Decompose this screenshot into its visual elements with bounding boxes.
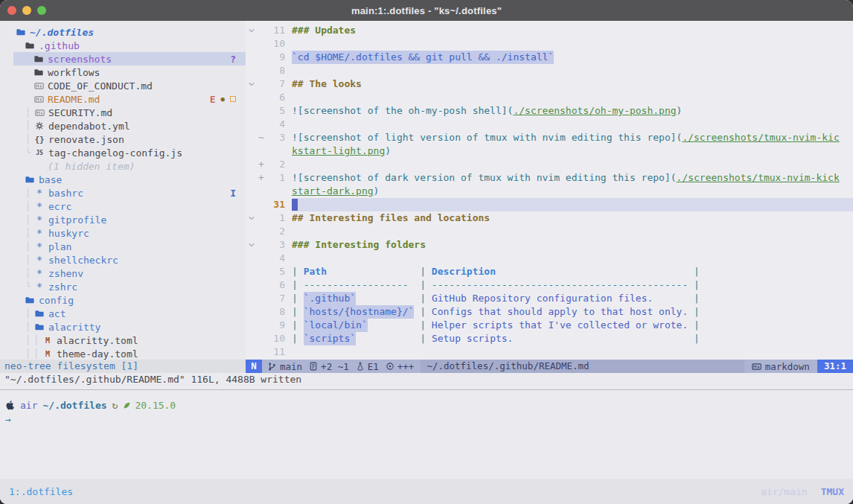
indent-guide: │ — [33, 335, 42, 345]
tree-item-label: alacritty — [48, 322, 100, 333]
fold-chevron-icon[interactable] — [246, 238, 257, 252]
tree-item-alacritty[interactable]: │alacritty — [0, 320, 246, 334]
syntax-plain — [653, 292, 688, 305]
editor-line[interactable]: 5![screenshot of the oh-my-posh shell](.… — [246, 104, 853, 118]
tree-item-huskyrc[interactable]: │*huskyrc — [0, 226, 246, 240]
line-number — [266, 144, 285, 158]
syntax-h3: ### Interesting folders — [292, 238, 426, 252]
fold-chevron-icon[interactable] — [246, 24, 257, 37]
editor-line[interactable]: 5| Path | Description | — [246, 265, 853, 278]
git-sign-column: + — [257, 171, 266, 185]
git-branch-icon — [267, 362, 277, 371]
tree-item-act[interactable]: │act — [0, 307, 246, 320]
editor-line[interactable]: 9| `local/bin` | Helper scripts that I'v… — [246, 319, 853, 332]
tree-item-security-md[interactable]: │SECURITY.md — [0, 106, 246, 119]
indent-guide: │ — [25, 134, 33, 144]
gutter-padding — [285, 118, 292, 131]
editor-line[interactable]: 4 — [246, 118, 853, 131]
syntax-plain — [496, 265, 688, 278]
tree-item-dependabot-yml[interactable]: │dependabot.yml — [0, 119, 246, 133]
git-sign-column — [257, 278, 266, 292]
tree-item-zshenv[interactable]: │*zshenv — [0, 267, 246, 280]
editor-line[interactable]: 10 — [246, 37, 853, 51]
tmux-window-name[interactable]: 1:.dotfiles — [9, 486, 73, 497]
editor-line[interactable]: 11 — [246, 345, 853, 359]
fold-chevron-icon[interactable] — [246, 211, 257, 225]
syntax-pipe: | — [292, 278, 304, 292]
git-sign-column: + — [257, 158, 266, 171]
editor-line[interactable]: ~3![screenshot of light version of tmux … — [246, 131, 853, 144]
editor-line[interactable]: 8| `hosts/{hostname}/` | Configs that sh… — [246, 305, 853, 319]
editor-line[interactable]: 9`cd $HOME/.dotfiles && git pull && ./in… — [246, 51, 853, 64]
fold-column — [246, 252, 257, 265]
editor-pane[interactable]: 11### Updates109`cd $HOME/.dotfiles && g… — [246, 21, 853, 360]
syntax-dash: ----------------------------------------… — [432, 278, 688, 292]
syntax-link: start-dark.png — [292, 185, 374, 198]
syntax-desc: GitHub Repository configuration files. — [432, 292, 653, 305]
tree-item-theme-day-toml[interactable]: ││Mtheme-day.toml — [0, 347, 246, 360]
editor-line-text: | `.github` | GitHub Repository configur… — [292, 292, 853, 305]
syntax-plain — [356, 332, 414, 345]
tree-item-config[interactable]: config — [0, 293, 246, 307]
tree-item-bashrc[interactable]: │*bashrcI — [0, 186, 246, 200]
minimize-button[interactable] — [22, 6, 31, 15]
editor-line[interactable]: 7| `.github` | GitHub Repository configu… — [246, 292, 853, 305]
status-badge — [230, 96, 236, 102]
editor-line[interactable]: 8 — [246, 64, 853, 77]
syntax-pipe: | — [414, 332, 431, 345]
close-button[interactable] — [7, 6, 16, 15]
git-sign-column — [257, 332, 266, 345]
tree-item-screenshots[interactable]: screenshots? — [13, 52, 246, 66]
editor-line[interactable]: 7## The looks — [246, 77, 853, 91]
editor-line[interactable]: 1## Interesting files and locations — [246, 211, 853, 225]
editor-line-text: ### Updates — [292, 24, 853, 37]
indent-guide: │ — [25, 107, 33, 118]
tree-item-gitprofile[interactable]: │*gitprofile — [0, 213, 246, 226]
editor-line-text: | `local/bin` | Helper scripts that I've… — [292, 319, 853, 332]
neotree-sidebar[interactable]: ~/.dotfiles.githubscreenshots?workflowsC… — [0, 21, 246, 360]
editor-line-text: ![screenshot of dark version of tmux wit… — [292, 171, 853, 185]
editor-line[interactable]: +2 — [246, 158, 853, 171]
editor-line[interactable]: 3### Interesting folders — [246, 238, 853, 252]
tree-item-ecrc[interactable]: │*ecrc — [0, 200, 246, 213]
tree-item--dotfiles[interactable]: ~/.dotfiles — [0, 25, 246, 39]
tree-item--1-hidden-item-[interactable]: (1 hidden item) — [0, 159, 246, 173]
editor-line[interactable]: 10| `scripts` | Setup scripts. | — [246, 332, 853, 345]
editor-line[interactable]: 4 — [246, 252, 853, 265]
tree-item-shellcheckrc[interactable]: │*shellcheckrc — [0, 253, 246, 267]
zoom-button[interactable] — [37, 6, 46, 15]
tree-item-label: gitprofile — [48, 214, 106, 226]
tree-item-workflows[interactable]: workflows — [0, 66, 246, 79]
line-number: 1 — [266, 211, 285, 225]
gutter-padding — [285, 278, 292, 292]
shell-pane[interactable]: air ~/.dotfiles ↻ 20.15.0 → 1:.dotfiles … — [0, 386, 853, 504]
editor-line-text: ![screenshot of light version of tmux wi… — [292, 131, 853, 144]
tree-item-base[interactable]: base — [0, 173, 246, 186]
line-number: 5 — [266, 104, 285, 118]
editor-line[interactable]: 6 — [246, 91, 853, 104]
fold-column — [246, 171, 257, 185]
fold-chevron-icon[interactable] — [246, 77, 257, 91]
editor-line[interactable]: 31 — [246, 198, 853, 211]
editor-line[interactable]: +1![screenshot of dark version of tmux w… — [246, 171, 853, 185]
syntax-h3: ### Updates — [292, 24, 356, 37]
syntax-th: Path — [304, 265, 327, 278]
editor-line[interactable]: 2 — [246, 225, 853, 238]
gear-icon — [33, 121, 45, 130]
tree-item-alacritty-toml[interactable]: ││Malacritty.toml — [0, 334, 246, 347]
tree-item-readme-md[interactable]: README.mdE● — [0, 92, 246, 106]
tree-item--github[interactable]: .github — [0, 39, 246, 52]
gutter-padding — [285, 225, 292, 238]
tree-item-renovate-json[interactable]: │{}renovate.json — [0, 133, 246, 146]
tree-item-tag-changelog-config-js[interactable]: └JStag-changelog-config.js — [0, 146, 246, 159]
tree-item-code-of-conduct-md[interactable]: CODE_OF_CONDUCT.md — [0, 79, 246, 92]
tree-item-plan[interactable]: │*plan — [0, 240, 246, 253]
editor-line-text: | `hosts/{hostname}/` | Configs that sho… — [292, 305, 853, 319]
extra-flags: +++ — [397, 361, 415, 372]
editor-line[interactable]: start-dark.png) — [246, 185, 853, 198]
editor-line[interactable]: 11### Updates — [246, 24, 853, 37]
editor-line[interactable]: kstart-light.png) — [246, 144, 853, 158]
tree-item-zshrc[interactable]: └*zshrc — [0, 280, 246, 293]
editor-line[interactable]: 6| ------------------ | ----------------… — [246, 278, 853, 292]
indent-guide: │ — [25, 201, 33, 211]
